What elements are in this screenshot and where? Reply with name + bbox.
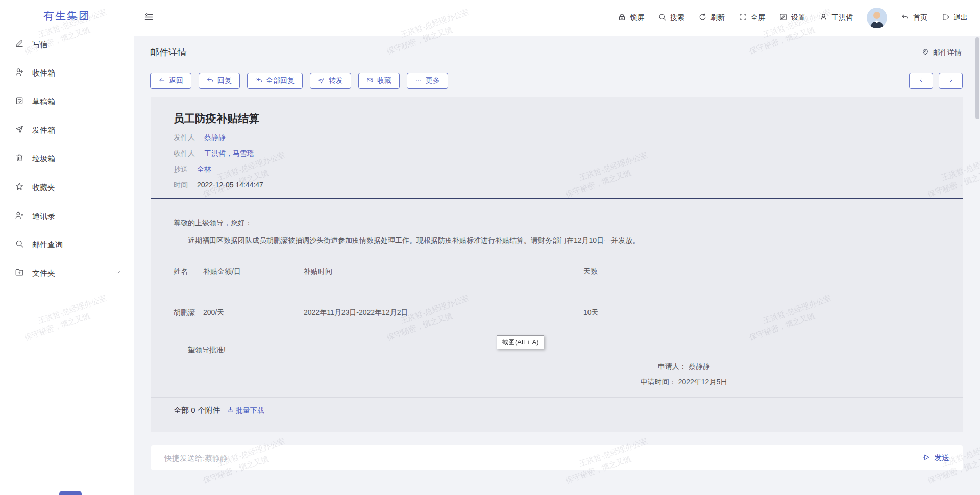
sidebar-item-mail-search[interactable]: 邮件查询 <box>0 230 134 259</box>
to-contacts-link[interactable]: 王洪哲，马雪瑶 <box>204 149 254 157</box>
attachments-summary: 全部 0 个附件 <box>174 406 220 415</box>
inbox-icon <box>15 67 24 79</box>
mail-cc-row: 抄送 全林 <box>174 161 940 177</box>
reply-button[interactable]: 回复 <box>199 73 240 89</box>
table-header: 天数 <box>583 267 940 276</box>
batch-download-link[interactable]: 批量下载 <box>227 406 264 415</box>
mail-from-row: 发件人 蔡静静 <box>174 130 940 146</box>
reply-all-button[interactable]: 全部回复 <box>247 73 303 89</box>
to-label: 收件人 <box>174 149 195 157</box>
sidebar-item-sent[interactable]: 发件箱 <box>0 116 134 145</box>
attachments-divider <box>151 397 963 398</box>
sidebar-item-drafts[interactable]: 草稿箱 <box>0 87 134 116</box>
page-title: 邮件详情 <box>150 46 187 58</box>
compose-icon <box>15 39 24 50</box>
refresh-button[interactable]: 刷新 <box>698 13 725 23</box>
header-divider <box>151 198 963 199</box>
home-back-icon <box>901 13 910 23</box>
fullscreen-button[interactable]: 全屏 <box>739 13 765 23</box>
mail-pager <box>909 73 963 89</box>
mail-toolbar: 返回 回复 全部回复 转发 收藏 更多 <box>150 73 448 89</box>
table-cell: 胡鹏濠 <box>174 308 203 317</box>
mail-time-row: 时间 2022-12-05 14:44:47 <box>174 177 940 193</box>
sidebar-item-folders[interactable]: 文件夹 <box>0 259 134 288</box>
star-icon <box>15 182 24 193</box>
sidebar-item-label: 发件箱 <box>32 126 55 135</box>
logout-button[interactable]: 退出 <box>941 13 968 23</box>
settings-icon <box>779 13 788 23</box>
table-cell: 200/天 <box>203 308 304 317</box>
apply-time-line: 申请时间： 2022年12月5日 <box>587 374 781 389</box>
sidebar: 有生集团 写信 收件箱 草稿箱 发件箱 垃圾箱 收藏夹 通讯录 <box>0 0 134 495</box>
mail-to-row: 收件人 王洪哲，马雪瑶 <box>174 146 940 161</box>
topbar-actions: 锁屏 搜索 刷新 全屏 设置 王洪哲 <box>618 8 980 28</box>
sidebar-item-contacts[interactable]: 通讯录 <box>0 202 134 230</box>
home-button[interactable]: 首页 <box>901 13 927 23</box>
reply-all-icon <box>255 77 262 85</box>
bottom-left-accent <box>59 491 82 495</box>
from-contact-link[interactable]: 蔡静静 <box>204 133 226 142</box>
sidebar-item-label: 收藏夹 <box>32 183 55 193</box>
sidebar-item-label: 邮件查询 <box>32 240 63 250</box>
topbar: 锁屏 搜索 刷新 全屏 设置 王洪哲 <box>134 0 980 36</box>
search-button[interactable]: 搜索 <box>658 13 684 23</box>
table-header: 补贴时间 <box>304 267 583 276</box>
location-badge: 邮件详情 <box>921 48 962 57</box>
attachments-bar: 全部 0 个附件 批量下载 <box>174 406 264 415</box>
table-header: 补贴金额/日 <box>203 267 304 276</box>
download-icon <box>227 406 234 415</box>
chevron-down-icon[interactable] <box>114 269 121 278</box>
mail-star-icon <box>366 77 374 85</box>
sidebar-item-label: 通讯录 <box>32 211 55 221</box>
contacts-icon <box>15 210 24 222</box>
cc-contact-link[interactable]: 全林 <box>197 165 211 173</box>
prev-mail-button[interactable] <box>909 73 933 89</box>
avatar[interactable] <box>867 8 887 28</box>
sidebar-item-label: 文件夹 <box>32 269 55 278</box>
mail-closing: 望领导批准! <box>174 346 940 355</box>
forward-button[interactable]: 转发 <box>310 73 351 89</box>
sidebar-item-compose[interactable]: 写信 <box>0 30 134 59</box>
table-cell: 2022年11月23日-2022年12月2日 <box>304 308 583 317</box>
sidebar-item-inbox[interactable]: 收件箱 <box>0 59 134 87</box>
sidebar-item-favorites[interactable]: 收藏夹 <box>0 173 134 202</box>
settings-button[interactable]: 设置 <box>779 13 805 23</box>
sidebar-item-label: 草稿箱 <box>32 97 55 107</box>
from-label: 发件人 <box>174 133 195 142</box>
mail-subject: 员工防疫补贴结算 <box>174 97 940 126</box>
sidebar-item-label: 写信 <box>32 40 47 50</box>
screenshot-tooltip: 截图(Alt + A) <box>497 335 544 349</box>
sidebar-item-trash[interactable]: 垃圾箱 <box>0 145 134 173</box>
main-panel: 邮件详情 邮件详情 返回 回复 全部回复 转发 收藏 更多 <box>134 36 980 495</box>
user-icon <box>819 13 828 23</box>
lock-icon <box>618 13 626 23</box>
quick-send-input[interactable] <box>164 454 922 462</box>
current-user[interactable]: 王洪哲 <box>819 13 853 23</box>
sidebar-item-label: 垃圾箱 <box>32 154 55 164</box>
app-logo: 有生集团 <box>0 9 134 23</box>
more-button[interactable]: 更多 <box>407 73 448 89</box>
search-icon <box>15 239 24 250</box>
mail-greeting: 尊敬的上级领导，您好： <box>174 219 940 228</box>
subsidy-table: 姓名 补贴金额/日 补贴时间 天数 胡鹏濠 200/天 2022年11月23日-… <box>174 267 940 317</box>
lock-screen-button[interactable]: 锁屏 <box>618 13 644 23</box>
quick-send-bar: 发送 <box>151 445 963 470</box>
next-mail-button[interactable] <box>939 73 963 89</box>
mail-paragraph: 近期福田区数据团队成员胡鹏濠被抽调沙头街道参加疫情数据处理工作。现根据防疫补贴标… <box>174 234 940 246</box>
chevron-right-icon <box>947 77 954 85</box>
send-button[interactable]: 发送 <box>922 453 949 463</box>
scrollbar-thumb[interactable] <box>975 37 979 119</box>
back-button[interactable]: 返回 <box>150 73 191 89</box>
drafts-icon <box>15 96 24 107</box>
forward-icon <box>318 77 325 85</box>
menu-fold-icon[interactable] <box>144 12 154 24</box>
favorite-button[interactable]: 收藏 <box>358 73 400 89</box>
sidebar-item-label: 收件箱 <box>32 68 55 78</box>
search-icon <box>658 13 667 23</box>
reply-icon <box>207 77 214 85</box>
table-header: 姓名 <box>174 267 203 276</box>
send-icon <box>922 453 930 463</box>
trash-icon <box>15 153 24 164</box>
arrow-left-icon <box>158 77 165 85</box>
mail-card: 员工防疫补贴结算 发件人 蔡静静 收件人 王洪哲，马雪瑶 抄送 全林 时间 20… <box>151 97 963 432</box>
